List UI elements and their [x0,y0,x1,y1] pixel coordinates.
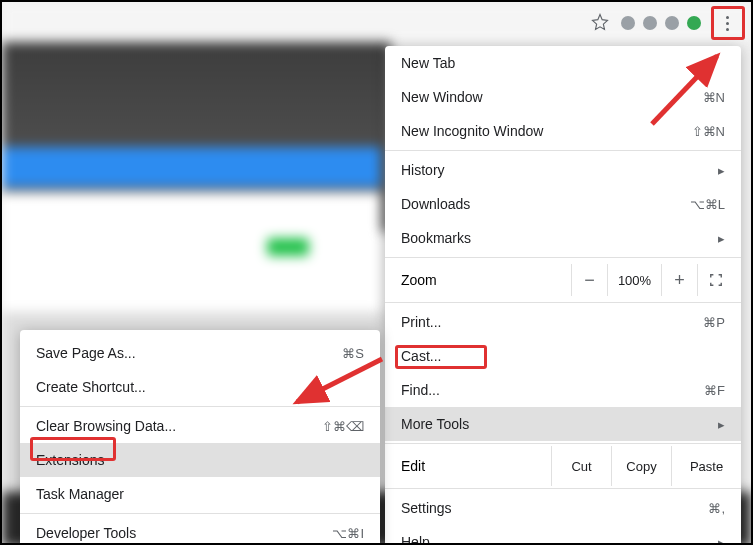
menu-more-tools[interactable]: More Tools ▸ [385,407,741,441]
menu-separator [385,302,741,303]
menu-shortcut: ⌘N [703,90,725,105]
menu-new-tab[interactable]: New Tab [385,46,741,80]
menu-find[interactable]: Find... ⌘F [385,373,741,407]
menu-label: Clear Browsing Data... [36,418,176,434]
menu-new-window[interactable]: New Window ⌘N [385,80,741,114]
menu-label: Developer Tools [36,525,136,541]
menu-separator [385,150,741,151]
menu-separator [385,257,741,258]
menu-label: Create Shortcut... [36,379,146,395]
menu-cast[interactable]: Cast... [385,339,741,373]
menu-zoom: Zoom − 100% + [385,260,741,300]
menu-label: New Tab [401,55,455,71]
edit-cut-button[interactable]: Cut [551,446,611,486]
fullscreen-button[interactable] [697,264,733,296]
menu-label: New Window [401,89,483,105]
menu-shortcut: ⌘S [342,346,364,361]
browser-toolbar-right [591,8,741,38]
menu-label: Print... [401,314,441,330]
extension-icon[interactable] [687,16,701,30]
menu-label: Task Manager [36,486,124,502]
extension-icon[interactable] [665,16,679,30]
menu-label: Zoom [401,272,571,288]
zoom-out-button[interactable]: − [571,264,607,296]
menu-label: New Incognito Window [401,123,543,139]
menu-separator [20,406,380,407]
menu-label: Downloads [401,196,470,212]
edit-paste-button[interactable]: Paste [671,446,741,486]
chrome-main-menu: New Tab New Window ⌘N New Incognito Wind… [385,46,741,545]
menu-shortcut: ⌘F [704,383,725,398]
chevron-right-icon: ▸ [718,417,725,432]
menu-shortcut: ⌥⌘I [332,526,364,541]
menu-shortcut: ⌘, [708,501,725,516]
menu-separator [385,488,741,489]
chevron-right-icon: ▸ [718,163,725,178]
menu-label: Settings [401,500,452,516]
submenu-save-page[interactable]: Save Page As... ⌘S [20,336,380,370]
chevron-right-icon: ▸ [718,535,725,546]
menu-label: Find... [401,382,440,398]
menu-bookmarks[interactable]: Bookmarks ▸ [385,221,741,255]
menu-shortcut: ⇧⌘N [692,124,725,139]
extension-icon[interactable] [643,16,657,30]
menu-shortcut: ⌘P [703,315,725,330]
menu-new-incognito[interactable]: New Incognito Window ⇧⌘N [385,114,741,148]
menu-shortcut: ⇧⌘⌫ [322,419,364,434]
submenu-create-shortcut[interactable]: Create Shortcut... [20,370,380,404]
extension-icon[interactable] [621,16,635,30]
zoom-in-button[interactable]: + [661,264,697,296]
submenu-clear-browsing[interactable]: Clear Browsing Data... ⇧⌘⌫ [20,409,380,443]
chrome-menu-button[interactable] [713,9,741,37]
extension-icons-group [621,16,701,30]
menu-settings[interactable]: Settings ⌘, [385,491,741,525]
menu-label: Bookmarks [401,230,471,246]
menu-help[interactable]: Help ▸ [385,525,741,545]
menu-shortcut: ⌥⌘L [690,197,725,212]
menu-label: More Tools [401,416,469,432]
menu-label: Cast... [401,348,441,364]
menu-label: Save Page As... [36,345,136,361]
menu-edit: Edit Cut Copy Paste [385,446,741,486]
zoom-value: 100% [607,264,661,296]
menu-label: Extensions [36,452,104,468]
menu-separator [385,443,741,444]
menu-label: History [401,162,445,178]
more-tools-submenu: Save Page As... ⌘S Create Shortcut... Cl… [20,330,380,545]
menu-label: Help [401,534,430,545]
bookmark-star-icon[interactable] [591,13,609,34]
submenu-extensions[interactable]: Extensions [20,443,380,477]
submenu-task-manager[interactable]: Task Manager [20,477,380,511]
edit-copy-button[interactable]: Copy [611,446,671,486]
menu-downloads[interactable]: Downloads ⌥⌘L [385,187,741,221]
zoom-controls: − 100% + [571,264,733,296]
menu-separator [20,513,380,514]
chevron-right-icon: ▸ [718,231,725,246]
menu-print[interactable]: Print... ⌘P [385,305,741,339]
submenu-developer-tools[interactable]: Developer Tools ⌥⌘I [20,516,380,545]
menu-label: Edit [401,458,551,474]
menu-history[interactable]: History ▸ [385,153,741,187]
